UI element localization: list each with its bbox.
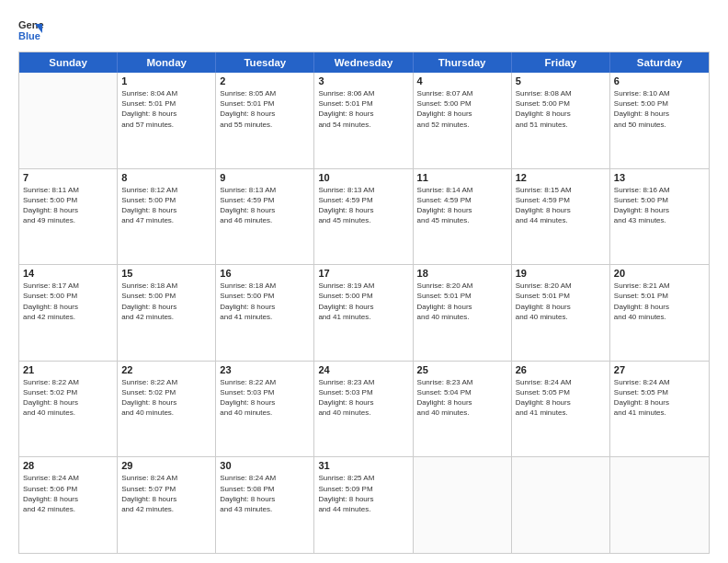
daylight-line: and 54 minutes. bbox=[318, 120, 408, 130]
sun-time: Sunrise: 8:22 AM bbox=[121, 377, 211, 387]
calendar-cell: 29Sunrise: 8:24 AMSunset: 5:07 PMDayligh… bbox=[118, 457, 216, 553]
day-number: 10 bbox=[318, 172, 408, 183]
sun-time: Sunset: 4:59 PM bbox=[318, 195, 408, 205]
day-number: 11 bbox=[417, 172, 507, 183]
daylight-line: and 46 minutes. bbox=[220, 215, 310, 225]
weekday-header: Friday bbox=[512, 52, 610, 73]
daylight-line: and 44 minutes. bbox=[516, 215, 606, 225]
daylight-line: and 42 minutes. bbox=[23, 504, 113, 514]
sun-time: Sunrise: 8:13 AM bbox=[318, 185, 408, 195]
calendar-cell: 12Sunrise: 8:15 AMSunset: 4:59 PMDayligh… bbox=[512, 169, 610, 265]
daylight-line: Daylight: 8 hours bbox=[516, 302, 606, 312]
daylight-line: Daylight: 8 hours bbox=[23, 494, 113, 504]
weekday-header: Sunday bbox=[19, 52, 118, 73]
sun-time: Sunset: 5:02 PM bbox=[23, 387, 113, 397]
calendar-cell: 13Sunrise: 8:16 AMSunset: 5:00 PMDayligh… bbox=[610, 169, 709, 265]
daylight-line: Daylight: 8 hours bbox=[121, 397, 211, 408]
day-number: 13 bbox=[614, 172, 705, 183]
sun-time: Sunset: 5:06 PM bbox=[23, 484, 113, 494]
sun-time: Sunset: 5:04 PM bbox=[417, 387, 507, 397]
daylight-line: and 40 minutes. bbox=[417, 408, 507, 418]
calendar-row: 21Sunrise: 8:22 AMSunset: 5:02 PMDayligh… bbox=[19, 361, 709, 457]
day-number: 6 bbox=[614, 75, 705, 86]
sun-time: Sunrise: 8:22 AM bbox=[220, 377, 310, 387]
daylight-line: and 40 minutes. bbox=[318, 408, 408, 418]
sun-time: Sunrise: 8:13 AM bbox=[220, 185, 310, 195]
sun-time: Sunrise: 8:18 AM bbox=[220, 281, 310, 291]
calendar-body: 1Sunrise: 8:04 AMSunset: 5:01 PMDaylight… bbox=[19, 73, 709, 553]
day-number: 18 bbox=[417, 268, 507, 279]
daylight-line: Daylight: 8 hours bbox=[121, 109, 211, 119]
calendar-cell: 26Sunrise: 8:24 AMSunset: 5:05 PMDayligh… bbox=[512, 362, 610, 457]
day-number: 12 bbox=[516, 172, 606, 183]
calendar-cell: 28Sunrise: 8:24 AMSunset: 5:06 PMDayligh… bbox=[19, 457, 118, 553]
calendar-cell: 1Sunrise: 8:04 AMSunset: 5:01 PMDaylight… bbox=[118, 73, 216, 168]
daylight-line: and 42 minutes. bbox=[23, 312, 113, 322]
sun-time: Sunrise: 8:25 AM bbox=[318, 473, 408, 483]
weekday-header: Tuesday bbox=[216, 52, 314, 73]
daylight-line: Daylight: 8 hours bbox=[23, 205, 113, 215]
calendar-cell: 11Sunrise: 8:14 AMSunset: 4:59 PMDayligh… bbox=[414, 169, 512, 265]
sun-time: Sunset: 5:01 PM bbox=[121, 98, 211, 109]
day-number: 5 bbox=[516, 75, 606, 86]
day-number: 7 bbox=[23, 172, 113, 183]
daylight-line: and 41 minutes. bbox=[516, 408, 606, 418]
daylight-line: Daylight: 8 hours bbox=[417, 397, 507, 408]
calendar-cell: 8Sunrise: 8:12 AMSunset: 5:00 PMDaylight… bbox=[118, 169, 216, 265]
sun-time: Sunset: 5:01 PM bbox=[318, 98, 408, 109]
calendar-cell: 17Sunrise: 8:19 AMSunset: 5:00 PMDayligh… bbox=[314, 265, 413, 361]
day-number: 23 bbox=[220, 364, 310, 375]
daylight-line: and 49 minutes. bbox=[23, 215, 113, 225]
daylight-line: and 50 minutes. bbox=[614, 120, 705, 130]
daylight-line: Daylight: 8 hours bbox=[220, 494, 310, 504]
calendar-cell bbox=[414, 457, 512, 553]
daylight-line: and 52 minutes. bbox=[417, 120, 507, 130]
calendar-row: 7Sunrise: 8:11 AMSunset: 5:00 PMDaylight… bbox=[19, 168, 709, 265]
sun-time: Sunrise: 8:23 AM bbox=[417, 377, 507, 387]
sun-time: Sunset: 5:00 PM bbox=[614, 98, 705, 109]
daylight-line: and 43 minutes. bbox=[614, 215, 705, 225]
day-number: 15 bbox=[121, 268, 211, 279]
calendar-cell: 31Sunrise: 8:25 AMSunset: 5:09 PMDayligh… bbox=[314, 457, 413, 553]
daylight-line: Daylight: 8 hours bbox=[121, 205, 211, 215]
sun-time: Sunset: 5:09 PM bbox=[318, 484, 408, 494]
day-number: 4 bbox=[417, 75, 507, 86]
daylight-line: Daylight: 8 hours bbox=[614, 109, 705, 119]
svg-text:Blue: Blue bbox=[18, 30, 40, 41]
daylight-line: and 40 minutes. bbox=[220, 408, 310, 418]
daylight-line: Daylight: 8 hours bbox=[121, 494, 211, 504]
daylight-line: and 44 minutes. bbox=[318, 504, 408, 514]
calendar-cell: 15Sunrise: 8:18 AMSunset: 5:00 PMDayligh… bbox=[118, 265, 216, 361]
calendar-cell: 7Sunrise: 8:11 AMSunset: 5:00 PMDaylight… bbox=[19, 169, 118, 265]
sun-time: Sunrise: 8:24 AM bbox=[220, 473, 310, 483]
daylight-line: and 42 minutes. bbox=[121, 504, 211, 514]
sun-time: Sunrise: 8:24 AM bbox=[121, 473, 211, 483]
day-number: 17 bbox=[318, 268, 408, 279]
daylight-line: Daylight: 8 hours bbox=[318, 494, 408, 504]
sun-time: Sunrise: 8:05 AM bbox=[220, 88, 310, 98]
daylight-line: and 47 minutes. bbox=[121, 215, 211, 225]
sun-time: Sunrise: 8:12 AM bbox=[121, 185, 211, 195]
daylight-line: and 55 minutes. bbox=[220, 120, 310, 130]
sun-time: Sunrise: 8:14 AM bbox=[417, 185, 507, 195]
daylight-line: Daylight: 8 hours bbox=[318, 397, 408, 408]
sun-time: Sunset: 5:05 PM bbox=[516, 387, 606, 397]
day-number: 31 bbox=[318, 460, 408, 471]
sun-time: Sunset: 5:08 PM bbox=[220, 484, 310, 494]
day-number: 27 bbox=[614, 364, 705, 375]
sun-time: Sunset: 5:00 PM bbox=[614, 195, 705, 205]
sun-time: Sunset: 5:00 PM bbox=[417, 98, 507, 109]
sun-time: Sunset: 5:00 PM bbox=[516, 98, 606, 109]
daylight-line: and 41 minutes. bbox=[220, 312, 310, 322]
sun-time: Sunset: 5:03 PM bbox=[318, 387, 408, 397]
calendar-cell: 16Sunrise: 8:18 AMSunset: 5:00 PMDayligh… bbox=[216, 265, 314, 361]
calendar-cell: 20Sunrise: 8:21 AMSunset: 5:01 PMDayligh… bbox=[610, 265, 709, 361]
calendar-cell: 30Sunrise: 8:24 AMSunset: 5:08 PMDayligh… bbox=[216, 457, 314, 553]
day-number: 25 bbox=[417, 364, 507, 375]
calendar-cell: 22Sunrise: 8:22 AMSunset: 5:02 PMDayligh… bbox=[118, 362, 216, 457]
sun-time: Sunrise: 8:23 AM bbox=[318, 377, 408, 387]
day-number: 14 bbox=[23, 268, 113, 279]
calendar-row: 14Sunrise: 8:17 AMSunset: 5:00 PMDayligh… bbox=[19, 264, 709, 361]
sun-time: Sunrise: 8:10 AM bbox=[614, 88, 705, 98]
daylight-line: Daylight: 8 hours bbox=[614, 302, 705, 312]
